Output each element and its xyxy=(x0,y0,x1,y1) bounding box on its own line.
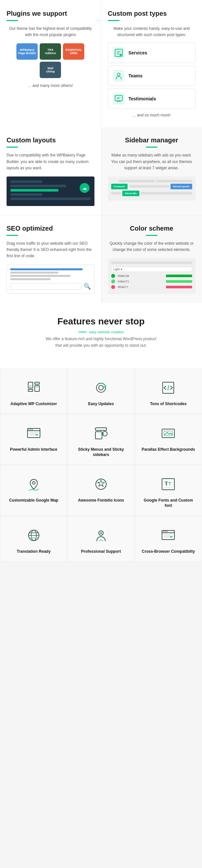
color-row-1: #0ab138 xyxy=(111,274,193,278)
shortcodes-icon xyxy=(160,379,176,396)
cpt-description: Make your contents handy, easy-to-use an… xyxy=(108,26,196,38)
customizer-icon xyxy=(26,379,42,396)
subtitle-line-left xyxy=(78,332,87,332)
parallax-label: Parallax Effect Backgrounds xyxy=(142,447,195,453)
sb-about-me: About Me xyxy=(122,191,139,196)
mockup-bar-3 xyxy=(10,189,58,192)
cpt-col: Custom post types Make your contents han… xyxy=(101,0,202,127)
parallax-icon xyxy=(160,425,176,441)
color-selector[interactable]: Light ▾ xyxy=(111,267,193,272)
cpt-and-more: ... and so much more! xyxy=(108,113,196,118)
feature-sticky: Sticky Menus and Sticky sidebars xyxy=(67,414,134,465)
page-wrapper: Plugins we support Our theme has the hig… xyxy=(0,0,202,562)
seo-title: SEO optimized xyxy=(6,225,95,232)
mockup-bar-1 xyxy=(10,180,42,183)
color-dot-3 xyxy=(111,285,115,289)
color-label-2: #46e271 xyxy=(118,280,164,283)
svg-rect-23 xyxy=(95,432,102,439)
seo-col: SEO optimized Drag more traffic to your … xyxy=(0,216,101,303)
color-header-bar xyxy=(111,261,193,264)
plugins-title: Plugins we support xyxy=(6,10,95,18)
plugins-cpt-section: Plugins we support Our theme has the hig… xyxy=(0,0,202,127)
svg-point-2 xyxy=(117,73,120,76)
sb-line-1 xyxy=(119,180,155,182)
fonts-icon: T T xyxy=(160,476,176,492)
color-dot-1 xyxy=(111,274,115,278)
seo-search-row: 🔍 xyxy=(10,283,91,290)
seo-bar-2 xyxy=(10,272,58,274)
features-subtitle-row: easy website creation xyxy=(6,330,196,334)
svg-point-11 xyxy=(99,385,103,390)
plugin-mailchimp: Mailchimp xyxy=(40,62,61,78)
feature-map: Customizable Google Map xyxy=(0,465,67,516)
color-header-area xyxy=(111,261,193,264)
feature-updates: Easy Updates xyxy=(67,368,134,414)
layouts-line xyxy=(6,147,18,148)
sb-contents: Contents xyxy=(111,184,128,189)
services-label: Services xyxy=(129,50,147,56)
svg-text:T: T xyxy=(165,480,168,486)
feature-customizer: Adaptive WP Customizer xyxy=(0,368,67,414)
sidebar-mockup: Contents Recent posts About Me xyxy=(108,177,196,201)
cpt-title-line xyxy=(108,20,120,21)
plugins-logos: WPBakeryPage Builder TRXAddons ESSENTIAL… xyxy=(6,43,95,78)
svg-point-42 xyxy=(165,531,166,532)
plugin-wpbakery: WPBakeryPage Builder xyxy=(16,43,38,60)
color-label-1: #0ab138 xyxy=(118,274,164,278)
customizer-icon-area xyxy=(24,378,44,398)
sidebar-col: Sidebar manager Make as many sidebars wi… xyxy=(101,127,202,215)
admin-icon-area xyxy=(24,424,44,443)
cpt-teams: Teams xyxy=(108,66,196,86)
plugins-description: Our theme has the highest level of compa… xyxy=(6,26,95,38)
testimonials-label: Testimonials xyxy=(129,96,157,101)
fonts-label: Google Fonts and Custom font xyxy=(140,498,197,508)
plugin-essential: ESSENTIALGRID xyxy=(63,43,84,60)
mockup-bar-4 xyxy=(10,193,42,196)
svg-rect-6 xyxy=(35,382,39,384)
sticky-label: Sticky Menus and Sticky sidebars xyxy=(72,447,130,457)
map-label: Customizable Google Map xyxy=(9,498,58,503)
layouts-mockup: ☁ xyxy=(6,177,95,206)
cpt-title: Custom post types xyxy=(108,10,196,18)
sb-line-5 xyxy=(141,192,192,194)
services-icon xyxy=(113,47,125,59)
sidebar-desc: Make as many sidebars with ads as you wa… xyxy=(108,152,196,171)
feature-fontello: Awesome Fontello Icons xyxy=(67,465,134,516)
features-description: We offer a feature-rich and highly funct… xyxy=(6,336,196,348)
feature-parallax: Parallax Effect Backgrounds xyxy=(135,414,202,465)
translation-label: Translation Ready xyxy=(17,549,50,554)
seo-color-section: SEO optimized Drag more traffic to your … xyxy=(0,215,202,303)
support-label: Professional Support xyxy=(81,549,121,554)
color-mockup: Light ▾ #0ab138 #46e271 #f04e77 xyxy=(108,258,196,294)
sticky-icon-area xyxy=(91,424,111,443)
sidebar-line xyxy=(146,147,158,148)
svg-rect-46 xyxy=(170,536,172,537)
svg-point-17 xyxy=(30,429,31,430)
fontello-label: Awesome Fontello Icons xyxy=(78,498,124,503)
plugins-title-line xyxy=(6,20,18,21)
mockup-cloud-icon: ☁ xyxy=(80,183,90,193)
updates-icon xyxy=(93,379,109,396)
layouts-title: Custom layouts xyxy=(6,136,95,144)
map-icon xyxy=(26,476,42,492)
svg-text:T: T xyxy=(169,482,171,486)
updates-icon-area xyxy=(91,378,111,398)
parallax-icon-area xyxy=(158,424,178,443)
color-row-3: #f04e77 xyxy=(111,285,193,289)
admin-icon xyxy=(26,425,42,441)
seo-mockup: 🔍 xyxy=(6,265,95,293)
seo-line xyxy=(6,235,18,236)
sb-row-2: Contents Recent posts xyxy=(111,184,193,189)
feature-browser: Cross-Browser Compatibilty xyxy=(135,516,202,562)
cpt-services: Services xyxy=(108,43,196,63)
feature-admin: Powerful Admin Interface xyxy=(0,414,67,465)
fontello-icon-area xyxy=(91,474,111,494)
sticky-icon xyxy=(93,425,109,441)
seo-desc: Drag more traffic to your website with o… xyxy=(6,241,95,259)
features-subtitle-text: easy website creation xyxy=(89,330,124,334)
updates-label: Easy Updates xyxy=(88,402,114,407)
svg-rect-28 xyxy=(162,478,174,490)
support-icon-area xyxy=(91,526,111,545)
customizer-label: Adaptive WP Customizer xyxy=(10,402,57,407)
svg-point-18 xyxy=(32,429,32,430)
